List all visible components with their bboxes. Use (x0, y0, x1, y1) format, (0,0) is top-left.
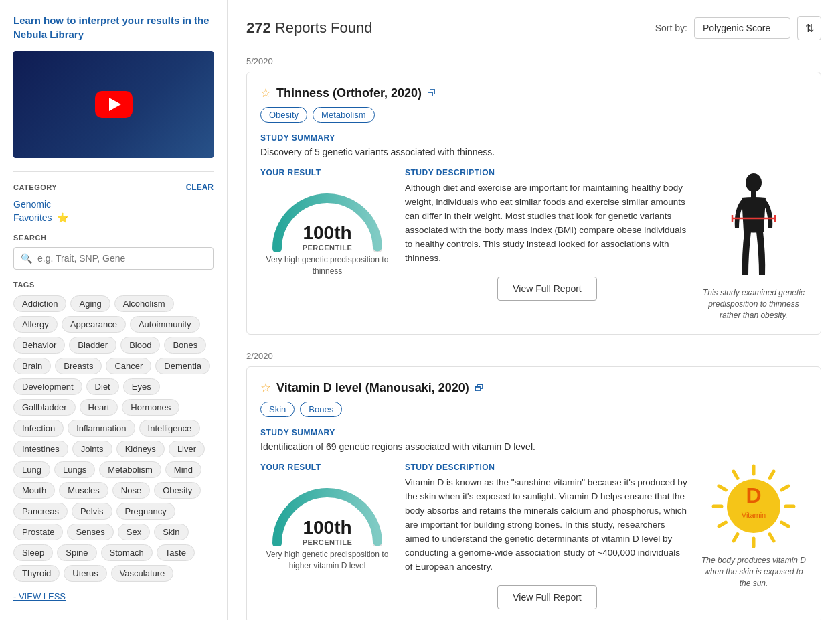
study-desc-label: STUDY DESCRIPTION (405, 168, 689, 177)
svg-line-7 (770, 534, 774, 541)
clear-button[interactable]: CLEAR (186, 183, 214, 192)
tag-diet[interactable]: Diet (86, 378, 119, 395)
view-full-report-button[interactable]: View Full Report (497, 585, 596, 609)
results-header: 272 Reports Found Sort by: Polygenic Sco… (246, 16, 821, 40)
tag-sleep[interactable]: Sleep (13, 544, 53, 561)
tag-allergy[interactable]: Allergy (13, 316, 58, 333)
tag-sex[interactable]: Sex (118, 524, 150, 540)
sort-area: Sort by: Polygenic Score Date Alphabetic… (655, 16, 821, 40)
tag-eyes[interactable]: Eyes (123, 378, 160, 395)
report-image-caption: The body produces vitamin D when the ski… (700, 555, 807, 589)
study-description-section: STUDY DESCRIPTION Although diet and exer… (405, 168, 689, 321)
svg-line-10 (719, 522, 726, 526)
sort-select[interactable]: Polygenic Score Date Alphabetical (694, 17, 790, 39)
view-less-link[interactable]: - VIEW LESS (13, 591, 214, 601)
sort-direction-button[interactable]: ⇅ (797, 16, 821, 40)
search-input[interactable] (37, 253, 206, 264)
report-tag-obesity[interactable]: Obesity (260, 107, 307, 123)
play-button[interactable] (95, 91, 133, 118)
tag-bladder[interactable]: Bladder (69, 337, 116, 354)
tag-development[interactable]: Development (13, 378, 82, 395)
tag-gallbladder[interactable]: Gallbladder (13, 399, 76, 416)
tag-joints[interactable]: Joints (72, 441, 112, 457)
gauge: 100th PERCENTILE Very high genetic predi… (260, 476, 394, 572)
report-tag-skin[interactable]: Skin (260, 402, 295, 417)
report-card-1: ☆ Vitamin D level (Manousaki, 2020) 🗗 Sk… (246, 366, 821, 620)
tag-intelligence[interactable]: Intelligence (139, 420, 201, 437)
tag-aging[interactable]: Aging (70, 295, 110, 312)
tag-addiction[interactable]: Addiction (13, 295, 66, 312)
svg-line-12 (719, 486, 726, 490)
tag-kidneys[interactable]: Kidneys (116, 441, 165, 457)
external-link-icon[interactable]: 🗗 (475, 382, 484, 393)
svg-line-9 (734, 534, 738, 541)
tag-taste[interactable]: Taste (157, 544, 195, 561)
search-box: 🔍 (13, 247, 214, 270)
tag-infection[interactable]: Infection (13, 420, 64, 437)
tag-pregnancy[interactable]: Pregnancy (116, 503, 175, 520)
report-tag-bones[interactable]: Bones (300, 402, 342, 417)
tag-obesity[interactable]: Obesity (154, 482, 201, 499)
favorite-star-icon[interactable]: ☆ (260, 380, 271, 395)
percentile-value: 100th (270, 222, 384, 244)
tags-container: AddictionAgingAlcoholismAllergyAppearanc… (13, 295, 214, 582)
percentile-label: PERCENTILE (270, 244, 384, 252)
your-result-label: YOUR RESULT (260, 463, 394, 472)
report-title: Vitamin D level (Manousaki, 2020) (276, 381, 469, 395)
tag-pelvis[interactable]: Pelvis (72, 503, 112, 520)
tag-alcoholism[interactable]: Alcoholism (114, 295, 174, 312)
tag-vasculature[interactable]: Vasculature (111, 565, 174, 582)
gauge: 100th PERCENTILE Very high genetic predi… (260, 181, 394, 277)
report-date-0: 5/2020 (246, 56, 821, 66)
tag-brain[interactable]: Brain (13, 358, 51, 374)
tag-mouth[interactable]: Mouth (13, 482, 55, 499)
tag-liver[interactable]: Liver (169, 441, 205, 457)
tag-mind[interactable]: Mind (165, 461, 201, 478)
tag-nose[interactable]: Nose (112, 482, 150, 499)
tag-lung[interactable]: Lung (13, 461, 50, 478)
tag-stomach[interactable]: Stomach (101, 544, 153, 561)
video-thumbnail[interactable] (13, 51, 214, 158)
gauge-sub-text: Very high genetic predisposition to thin… (260, 254, 394, 277)
tag-intestines[interactable]: Intestines (13, 441, 68, 457)
tag-uterus[interactable]: Uterus (64, 565, 106, 582)
tag-bones[interactable]: Bones (164, 337, 206, 354)
view-full-report-button[interactable]: View Full Report (497, 277, 596, 301)
study-description-section: STUDY DESCRIPTION Vitamin D is known as … (405, 463, 689, 609)
tag-appearance[interactable]: Appearance (62, 316, 126, 333)
tag-thyroid[interactable]: Thyroid (13, 565, 60, 582)
tag-inflammation[interactable]: Inflammation (68, 420, 135, 437)
report-tag-metabolism[interactable]: Metabolism (313, 107, 374, 123)
percentile-label: PERCENTILE (270, 538, 384, 546)
tag-hormones[interactable]: Hormones (122, 399, 179, 416)
your-result-label: YOUR RESULT (260, 168, 394, 177)
tag-autoimmunity[interactable]: Autoimmunity (130, 316, 200, 333)
svg-line-16 (782, 486, 788, 490)
svg-point-0 (746, 173, 762, 192)
tag-prostate[interactable]: Prostate (13, 524, 63, 540)
tag-blood[interactable]: Blood (120, 337, 160, 354)
tag-behavior[interactable]: Behavior (13, 337, 65, 354)
category-genomic[interactable]: Genomic (13, 199, 214, 210)
external-link-icon[interactable]: 🗗 (427, 88, 436, 98)
tag-heart[interactable]: Heart (80, 399, 118, 416)
report-image: D Vitamin The body produces vitamin D wh… (700, 463, 807, 589)
tag-cancer[interactable]: Cancer (106, 358, 151, 374)
report-body: YOUR RESULT 100th (260, 168, 807, 321)
tag-senses[interactable]: Senses (67, 524, 113, 540)
learn-link[interactable]: Learn how to interpret your results in t… (13, 13, 214, 42)
favorite-star-icon[interactable]: ☆ (260, 86, 271, 100)
report-card-0: ☆ Thinness (Orthofer, 2020) 🗗 ObesityMet… (246, 72, 821, 335)
study-desc-text: Although diet and exercise are important… (405, 181, 689, 266)
tag-lungs[interactable]: Lungs (54, 461, 95, 478)
tag-dementia[interactable]: Dementia (155, 358, 210, 374)
tag-spine[interactable]: Spine (57, 544, 96, 561)
tag-metabolism[interactable]: Metabolism (99, 461, 161, 478)
tag-breasts[interactable]: Breasts (55, 358, 102, 374)
tag-pancreas[interactable]: Pancreas (13, 503, 68, 520)
tag-skin[interactable]: Skin (154, 524, 188, 540)
category-favorites[interactable]: Favorites ⭐ (13, 212, 214, 223)
tag-muscles[interactable]: Muscles (59, 482, 108, 499)
category-label: CATEGORY (13, 183, 57, 191)
study-summary-label: STUDY SUMMARY (260, 428, 807, 437)
